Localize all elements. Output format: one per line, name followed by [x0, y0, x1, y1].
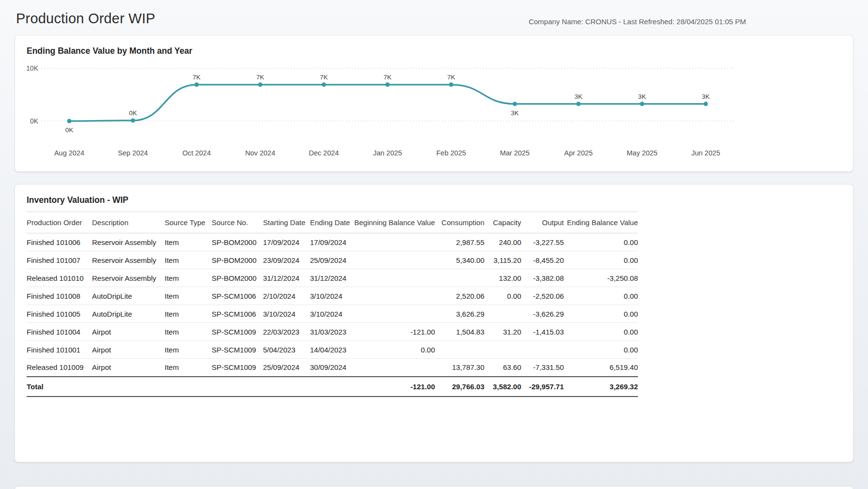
- table-cell: 3,115.20: [484, 251, 521, 269]
- table-cell: SP-SCM1009: [212, 341, 263, 359]
- table-cell: Reservoir Assembly: [92, 233, 165, 251]
- data-point[interactable]: [449, 82, 453, 87]
- total-cell: 3,269.32: [564, 377, 638, 397]
- table-cell: [354, 269, 435, 287]
- x-axis-label: May 2025: [627, 149, 658, 157]
- table-cell: 3/10/2024: [263, 305, 310, 323]
- table-cell: [484, 341, 521, 359]
- table-cell: 14/04/2023: [310, 341, 354, 359]
- column-header-starting-date[interactable]: Starting Date: [263, 212, 310, 233]
- x-axis-label: Sep 2024: [118, 149, 148, 157]
- table-cell: Item: [165, 269, 212, 287]
- data-point[interactable]: [512, 102, 517, 106]
- table-row[interactable]: Finished 101008AutoDripLiteItemSP-SCM100…: [27, 287, 638, 305]
- table-cell: -121.00: [354, 323, 435, 341]
- table-cell: Airpot: [92, 323, 165, 341]
- table-cell: [484, 305, 521, 323]
- ending-balance-line-chart[interactable]: 0K10K0KAug 20240KSep 20247KOct 20247KNov…: [27, 64, 753, 164]
- table-cell: 3/10/2024: [310, 287, 354, 305]
- data-point[interactable]: [576, 102, 581, 106]
- inventory-valuation-table: Production OrderDescriptionSource TypeSo…: [27, 212, 638, 397]
- total-cell: -121.00: [354, 377, 435, 397]
- table-row[interactable]: Finished 101001AirpotItemSP-SCM10095/04/…: [27, 341, 638, 359]
- total-cell: -29,957.71: [521, 377, 564, 397]
- table-row[interactable]: Finished 101004AirpotItemSP-SCM100922/03…: [27, 323, 638, 341]
- table-cell: Reservoir Assembly: [92, 251, 165, 269]
- column-header-consumption[interactable]: Consumption: [435, 212, 484, 233]
- table-cell: Item: [165, 251, 212, 269]
- data-point-label: 3K: [511, 109, 519, 117]
- data-point[interactable]: [194, 82, 199, 87]
- table-cell: -3,250.08: [564, 269, 638, 287]
- x-axis-label: Oct 2024: [182, 149, 211, 157]
- table-row[interactable]: Finished 101006Reservoir AssemblyItemSP-…: [27, 233, 638, 251]
- table-cell: SP-SCM1006: [212, 287, 263, 305]
- table-cell: 25/09/2024: [310, 251, 354, 269]
- table-cell: 0.00: [564, 287, 638, 305]
- table-cell: -1,415.03: [521, 323, 564, 341]
- data-point-label: 3K: [702, 93, 710, 100]
- column-header-output[interactable]: Output: [521, 212, 564, 233]
- table-cell: [354, 287, 435, 305]
- chart-line: [69, 85, 706, 121]
- table-cell: 0.00: [564, 323, 638, 341]
- table-cell: 240.00: [484, 233, 521, 251]
- y-axis-tick: 10K: [27, 64, 39, 72]
- table-cell: -8,455.20: [521, 251, 564, 269]
- table-cell: 0.00: [564, 341, 638, 359]
- x-axis-label: Dec 2024: [309, 149, 339, 157]
- column-header-source-no-[interactable]: Source No.: [212, 212, 263, 233]
- table-cell: 31/12/2024: [263, 269, 310, 287]
- table-cell: 2/10/2024: [263, 287, 310, 305]
- data-point-label: 7K: [384, 74, 392, 81]
- data-point[interactable]: [704, 102, 708, 106]
- table-cell: 132.00: [484, 269, 521, 287]
- table-cell: [354, 233, 435, 251]
- table-cell: 3,626.29: [435, 305, 484, 323]
- table-cell: Item: [165, 341, 212, 359]
- table-row[interactable]: Released 101009AirpotItemSP-SCM100925/09…: [27, 359, 638, 377]
- table-row[interactable]: Released 101010Reservoir AssemblyItemSP-…: [27, 269, 638, 287]
- table-cell: 0.00: [484, 287, 521, 305]
- table-cell: 2,987.55: [435, 233, 484, 251]
- data-point[interactable]: [322, 82, 326, 87]
- next-card-edge: [15, 486, 853, 489]
- table-cell: Airpot: [92, 359, 165, 377]
- data-point-label: 0K: [129, 109, 137, 117]
- data-point-label: 3K: [638, 93, 646, 100]
- table-cell: 1,504.83: [435, 323, 484, 341]
- data-point[interactable]: [258, 82, 263, 87]
- table-cell: [354, 251, 435, 269]
- column-header-description[interactable]: Description: [92, 212, 165, 233]
- column-header-ending-date[interactable]: Ending Date: [310, 212, 354, 233]
- data-point-label: 3K: [574, 93, 583, 100]
- column-header-ending-balance-value[interactable]: Ending Balance Value: [564, 212, 638, 233]
- table-cell: 0.00: [354, 341, 435, 359]
- table-cell: Item: [165, 287, 212, 305]
- table-cell: Released 101010: [27, 269, 92, 287]
- total-cell: [212, 377, 263, 397]
- report-page: { "header": { "title": "Production Order…: [0, 0, 868, 489]
- table-cell: 30/09/2024: [310, 359, 354, 377]
- data-point[interactable]: [386, 82, 390, 87]
- total-cell: [92, 377, 165, 397]
- table-cell: Item: [165, 305, 212, 323]
- table-row[interactable]: Finished 101005AutoDripLiteItemSP-SCM100…: [27, 305, 638, 323]
- column-header-source-type[interactable]: Source Type: [165, 212, 212, 233]
- table-cell: AutoDripLite: [92, 287, 165, 305]
- data-point[interactable]: [640, 102, 644, 106]
- table-cell: Item: [165, 323, 212, 341]
- total-cell: 3,582.00: [484, 377, 521, 397]
- y-axis-tick: 0K: [30, 117, 39, 125]
- table-cell: Finished 101001: [27, 341, 92, 359]
- data-point[interactable]: [131, 118, 135, 122]
- column-header-beginning-balance-value[interactable]: Beginning Balance Value: [354, 212, 435, 233]
- table-row[interactable]: Finished 101007Reservoir AssemblyItemSP-…: [27, 251, 638, 269]
- column-header-production-order[interactable]: Production Order: [27, 212, 92, 233]
- column-header-capacity[interactable]: Capacity: [484, 212, 521, 233]
- table-cell: 22/03/2023: [263, 323, 310, 341]
- x-axis-label: Nov 2024: [245, 149, 275, 157]
- data-point[interactable]: [67, 119, 72, 123]
- table-cell: Released 101009: [27, 359, 92, 377]
- table-cell: -2,520.06: [521, 287, 564, 305]
